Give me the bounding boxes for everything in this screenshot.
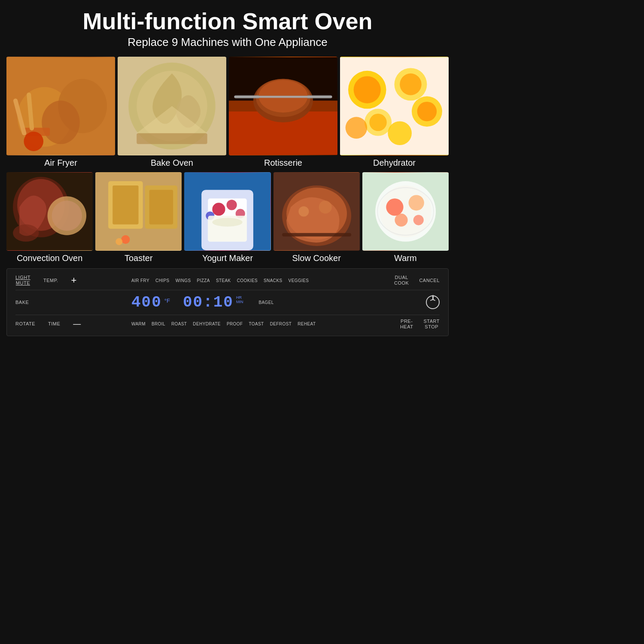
button-snacks[interactable]: SNACKS <box>264 278 283 283</box>
svg-point-54 <box>213 218 243 227</box>
mid-controls-row1: AIR FRYCHIPSWINGSPIZZASTEAKCOOKIESSNACKS… <box>131 278 375 283</box>
svg-point-23 <box>354 76 381 103</box>
svg-point-3 <box>42 101 80 144</box>
pre-heat-ctrl[interactable]: PRE-HEAT <box>400 319 413 330</box>
button-broil[interactable]: BROIL <box>152 322 165 326</box>
svg-rect-43 <box>149 190 173 225</box>
button-cookies[interactable]: COOKIES <box>237 278 258 283</box>
svg-rect-12 <box>137 134 207 144</box>
header: Multi-function Smart Oven Replace 9 Mach… <box>6 9 449 49</box>
dual-cook-label: DUALCOOK <box>394 275 409 286</box>
button-roast[interactable]: ROAST <box>171 322 187 326</box>
right-controls-row1: DUALCOOK CANCEL <box>375 275 440 286</box>
cancel-ctrl[interactable]: CANCEL <box>419 278 440 283</box>
rotate-label: ROTATE <box>15 321 35 327</box>
start-stop-ctrl[interactable]: STARTSTOP <box>423 319 440 330</box>
food-img-convection-oven <box>6 172 93 251</box>
control-row-1: LIGHTMUTE TEMP. + AIR FRYCHIPSWINGSPIZZA… <box>15 275 440 286</box>
svg-point-29 <box>369 114 386 131</box>
food-item-convection-oven: Convection Oven <box>6 172 93 265</box>
main-title: Multi-function Smart Oven <box>6 9 449 34</box>
control-row-2: BAKE 400 °F 00:10 HR MIN BAGEL <box>15 294 440 311</box>
top-grid: Air Fryer Bake Oven Rotisserie <box>6 57 449 170</box>
subtitle: Replace 9 Machines with One Appliance <box>6 36 449 49</box>
food-img-warm <box>362 172 449 251</box>
mid-controls-row2: 400 °F 00:10 HR MIN BAGEL <box>131 294 375 311</box>
food-label-dehydrator: Dehydrator <box>373 158 416 170</box>
start-stop-label: STARTSTOP <box>423 319 440 330</box>
dual-cook-ctrl[interactable]: DUALCOOK <box>394 275 409 286</box>
food-img-air-fryer <box>6 57 115 155</box>
mid-controls-row3: WARMBROILROASTDEHYDRATEPROOFTOASTDEFROST… <box>131 322 375 326</box>
light-mute-ctrl[interactable]: LIGHTMUTE <box>15 275 30 286</box>
minus-icon: — <box>73 319 81 328</box>
food-label-rotisserie: Rotisserie <box>264 158 302 170</box>
svg-point-36 <box>52 201 82 231</box>
lcd-display: 400 °F 00:10 HR MIN <box>131 294 243 311</box>
rotate-ctrl[interactable]: ROTATE <box>15 321 35 327</box>
food-item-yogurt-maker: Yogurt Maker <box>184 172 270 265</box>
temp-label: TEMP. <box>43 278 58 283</box>
button-wings[interactable]: WINGS <box>176 278 191 283</box>
button-reheat[interactable]: REHEAT <box>298 322 316 326</box>
svg-point-25 <box>400 73 422 95</box>
food-item-dehydrator: Dehydrator <box>340 57 449 170</box>
bake-ctrl[interactable]: BAKE <box>15 300 29 305</box>
svg-point-50 <box>227 200 237 210</box>
button-air-fry[interactable]: AIR FRY <box>131 278 149 283</box>
svg-point-45 <box>115 238 122 245</box>
button-chips[interactable]: CHIPS <box>155 278 170 283</box>
food-label-convection-oven: Convection Oven <box>17 253 82 265</box>
left-controls-row3: ROTATE TIME — <box>15 319 131 328</box>
svg-point-8 <box>24 132 43 152</box>
power-button[interactable] <box>426 295 440 309</box>
button-dehydrate[interactable]: DEHYDRATE <box>193 322 221 326</box>
left-controls-row2: BAKE <box>15 300 131 305</box>
button-pizza[interactable]: PIZZA <box>197 278 210 283</box>
button-veggies[interactable]: VEGGIES <box>289 278 309 283</box>
light-mute-label: LIGHTMUTE <box>15 275 30 286</box>
control-row-3: ROTATE TIME — WARMBROILROASTDEHYDRATEPRO… <box>15 319 440 330</box>
food-item-toaster: Toaster <box>95 172 182 265</box>
time-ctrl[interactable]: TIME <box>48 321 60 327</box>
separator-2 <box>15 315 440 315</box>
pre-heat-label: PRE-HEAT <box>400 319 413 330</box>
food-label-warm: Warm <box>394 253 417 265</box>
svg-point-37 <box>13 225 39 242</box>
food-label-toaster: Toaster <box>125 253 153 265</box>
page: Multi-function Smart Oven Replace 9 Mach… <box>0 0 455 343</box>
temp-ctrl[interactable]: TEMP. <box>43 278 58 283</box>
food-item-slow-cooker: Slow Cooker <box>273 172 360 265</box>
food-img-yogurt-maker <box>184 172 270 251</box>
svg-rect-41 <box>112 185 138 225</box>
food-img-toaster <box>95 172 182 251</box>
food-item-bake-oven: Bake Oven <box>118 57 226 170</box>
food-label-slow-cooker: Slow Cooker <box>292 253 341 265</box>
minus-ctrl[interactable]: — <box>73 319 81 328</box>
button-warm[interactable]: WARM <box>131 322 146 326</box>
power-icon <box>429 299 437 307</box>
plus-ctrl[interactable]: + <box>71 275 77 286</box>
svg-point-58 <box>298 207 309 217</box>
svg-point-49 <box>213 203 225 216</box>
bake-label: BAKE <box>15 300 29 305</box>
button-toast[interactable]: TOAST <box>249 322 264 326</box>
button-proof[interactable]: PROOF <box>227 322 243 326</box>
button-defrost[interactable]: DEFROST <box>270 322 292 326</box>
left-controls-row1: LIGHTMUTE TEMP. + <box>15 275 131 286</box>
hr-min-label: HR MIN <box>236 296 243 304</box>
food-img-dehydrator <box>340 57 449 155</box>
svg-point-44 <box>122 235 130 244</box>
food-item-rotisserie: Rotisserie <box>229 57 337 170</box>
bagel-button[interactable]: BAGEL <box>258 300 273 305</box>
svg-point-68 <box>377 188 434 236</box>
food-img-bake-oven <box>118 57 226 155</box>
button-steak[interactable]: STEAK <box>216 278 231 283</box>
right-controls-row2 <box>375 295 440 309</box>
right-controls-row3: PRE-HEAT STARTSTOP <box>375 319 440 330</box>
unit-display: °F <box>164 298 170 304</box>
cancel-label: CANCEL <box>419 278 440 283</box>
food-img-rotisserie <box>229 57 337 155</box>
svg-rect-60 <box>282 233 351 237</box>
time-label: TIME <box>48 321 60 327</box>
